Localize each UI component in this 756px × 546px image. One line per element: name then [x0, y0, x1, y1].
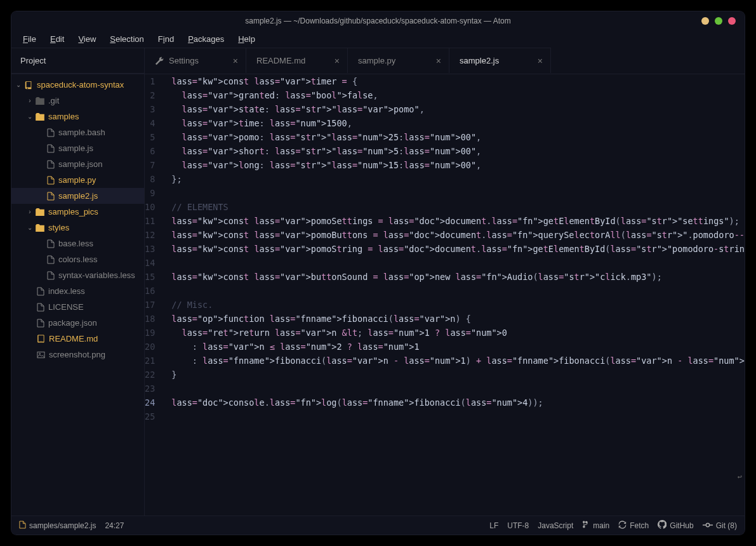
close-tab-icon[interactable]: × — [436, 56, 441, 66]
svg-point-1 — [39, 353, 41, 354]
status-branch[interactable]: main — [582, 520, 609, 531]
tree-label: index.less — [48, 286, 85, 296]
editor[interactable]: 1234567891011121314151617181920212223242… — [145, 74, 745, 516]
statusbar: samples/sample2.js 24:27 LF UTF-8 JavaSc… — [11, 516, 745, 535]
tree-label: samples_pics — [48, 207, 98, 216]
tree-label: syntax-variables.less — [58, 270, 135, 280]
menu-file[interactable]: File — [17, 32, 43, 46]
tree-item-syntax-vars-less[interactable]: syntax-variables.less — [11, 267, 144, 283]
folder-icon — [36, 208, 44, 216]
tree-item-license[interactable]: LICENSE — [11, 299, 144, 315]
app-window: sample2.js — ~/Downloads/github/spaceduc… — [11, 11, 745, 535]
tab-sample-py[interactable]: sample.py × — [348, 48, 449, 73]
file-tree[interactable]: ⌄ spaceduck-atom-syntax › .git ⌄ samples — [11, 74, 145, 516]
tree-item-sample2-js[interactable]: sample2.js — [11, 188, 144, 204]
tab-label: Settings — [169, 56, 199, 65]
status-file[interactable]: samples/sample2.js — [19, 521, 96, 531]
tree-label: screenshot.png — [49, 350, 105, 359]
tab-label: README.md — [256, 56, 305, 65]
folder-icon — [36, 224, 44, 232]
file-icon — [47, 144, 55, 153]
book-icon — [37, 335, 45, 343]
tree-item-sample-js[interactable]: sample.js — [11, 140, 144, 156]
file-icon — [19, 521, 26, 531]
tree-item-readme[interactable]: README.md — [11, 331, 144, 347]
wrench-icon — [155, 57, 164, 65]
chevron-down-icon[interactable]: ⌄ — [27, 113, 33, 120]
svg-rect-0 — [37, 352, 44, 357]
wrap-indicator-icon: ↩ — [738, 470, 742, 484]
tree-label: package.json — [48, 318, 97, 328]
status-github[interactable]: GitHub — [658, 520, 693, 531]
status-cursor[interactable]: 24:27 — [105, 521, 124, 530]
close-tab-icon[interactable]: × — [233, 56, 238, 66]
tree-item-styles[interactable]: ⌄ styles — [11, 220, 144, 236]
body: ⌄ spaceduck-atom-syntax › .git ⌄ samples — [11, 74, 745, 516]
close-tab-icon[interactable]: × — [538, 56, 543, 66]
code-area[interactable]: lass="kw">const lass="var">timer = { las… — [161, 74, 745, 516]
status-line-ending[interactable]: LF — [489, 521, 498, 530]
project-panel-header[interactable]: Project — [11, 48, 145, 74]
tree-label: spaceduck-atom-syntax — [37, 80, 124, 90]
status-language[interactable]: JavaScript — [538, 521, 573, 530]
status-git-label: Git (8) — [716, 521, 737, 530]
tree-label: sample.js — [58, 143, 93, 153]
tab-settings[interactable]: Settings × — [145, 48, 246, 73]
menu-selection[interactable]: Selection — [103, 32, 150, 46]
status-git[interactable]: Git (8) — [703, 521, 737, 530]
tree-item-sample-json[interactable]: sample.json — [11, 156, 144, 172]
menubar: File Edit View Selection Find Packages H… — [11, 30, 745, 48]
file-icon — [47, 176, 55, 185]
file-icon — [37, 287, 44, 296]
tree-label: LICENSE — [48, 302, 84, 312]
menu-help[interactable]: Help — [232, 32, 262, 46]
file-icon — [47, 271, 55, 280]
tab-label: sample2.js — [460, 56, 499, 65]
close-tab-icon[interactable]: × — [335, 56, 340, 66]
tree-item-sample-py[interactable]: sample.py — [11, 172, 144, 188]
file-icon — [47, 239, 55, 248]
tree-label: README.md — [49, 334, 98, 343]
tree-item-samples[interactable]: ⌄ samples — [11, 109, 144, 124]
tree-item-index-less[interactable]: index.less — [11, 283, 144, 299]
git-commit-icon — [703, 521, 713, 530]
maximize-button[interactable] — [715, 17, 722, 25]
file-icon — [47, 128, 55, 137]
repo-icon — [24, 81, 33, 90]
status-fetch[interactable]: Fetch — [618, 521, 649, 531]
menu-packages[interactable]: Packages — [182, 32, 230, 46]
tree-label: colors.less — [58, 255, 97, 264]
chevron-down-icon[interactable]: ⌄ — [15, 81, 22, 88]
file-icon — [47, 160, 55, 169]
menu-edit[interactable]: Edit — [44, 32, 70, 46]
status-branch-label: main — [593, 521, 609, 530]
tab-sample2-js[interactable]: sample2.js × — [449, 48, 551, 73]
tree-root[interactable]: ⌄ spaceduck-atom-syntax — [11, 77, 144, 93]
tree-item-git[interactable]: › .git — [11, 93, 144, 109]
close-button[interactable] — [728, 17, 736, 25]
tree-item-base-less[interactable]: base.less — [11, 236, 144, 251]
chevron-down-icon[interactable]: ⌄ — [27, 224, 33, 231]
chevron-right-icon[interactable]: › — [27, 208, 33, 215]
status-github-label: GitHub — [670, 521, 693, 530]
tree-item-package-json[interactable]: package.json — [11, 315, 144, 331]
tree-item-screenshot[interactable]: screenshot.png — [11, 347, 144, 363]
chevron-right-icon[interactable]: › — [27, 97, 33, 104]
sync-icon — [618, 521, 627, 531]
menu-find[interactable]: Find — [152, 32, 180, 46]
window-controls — [701, 17, 736, 25]
tree-item-sample-bash[interactable]: sample.bash — [11, 124, 144, 140]
folder-icon — [36, 113, 44, 121]
svg-point-2 — [706, 523, 709, 526]
menu-view[interactable]: View — [72, 32, 102, 46]
file-icon — [37, 303, 44, 312]
file-icon — [47, 192, 55, 201]
folder-icon — [36, 97, 44, 105]
minimize-button[interactable] — [701, 17, 709, 25]
tree-item-samples-pics[interactable]: › samples_pics — [11, 204, 144, 220]
tree-item-colors-less[interactable]: colors.less — [11, 251, 144, 267]
branch-icon — [582, 520, 590, 531]
tab-readme[interactable]: README.md × — [246, 48, 348, 73]
status-encoding[interactable]: UTF-8 — [507, 521, 529, 530]
tree-label: samples — [48, 112, 79, 121]
